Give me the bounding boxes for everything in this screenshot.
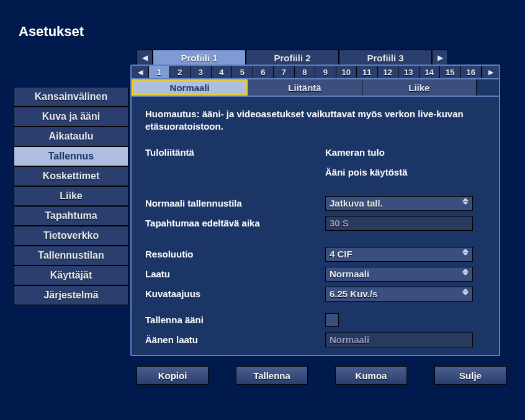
channel-10[interactable]: 10 <box>336 66 357 78</box>
spinner-icon <box>462 269 470 275</box>
channel-arrow-left[interactable]: ◀ <box>132 66 149 78</box>
channel-1[interactable]: 1 <box>149 66 170 78</box>
channel-2[interactable]: 2 <box>170 66 191 78</box>
channel-6[interactable]: 6 <box>253 66 274 78</box>
sidebar-item-schedule[interactable]: Aikataulu <box>14 127 128 146</box>
channel-13[interactable]: 13 <box>398 66 420 78</box>
button-row: Kopioi Tallenna Kumoa Sulje <box>137 366 506 385</box>
sidebar-item-motion[interactable]: Liike <box>14 186 128 206</box>
channel-15[interactable]: 15 <box>440 66 461 78</box>
panel-content: Huomautus: ääni- ja videoasetukset vaiku… <box>132 97 499 358</box>
recmode-label: Normaali tallennustila <box>145 198 325 208</box>
channel-11[interactable]: 11 <box>357 66 378 78</box>
undo-button[interactable]: Kumoa <box>335 366 407 385</box>
quality-label: Laatu <box>145 269 325 279</box>
sidebar-item-system[interactable]: Järjestelmä <box>14 285 128 305</box>
sidebar-item-storage[interactable]: Tallennustilan <box>14 246 128 266</box>
channel-9[interactable]: 9 <box>315 66 336 78</box>
profile-tabs-row: ◀ Profiili 1 Profiili 2 Profiili 3 ▶ <box>137 50 448 66</box>
input-value-2: Ääni pois käytöstä <box>325 167 408 177</box>
input-value-1: Kameran tulo <box>325 147 385 158</box>
mode-tabs-row: Normaali Liitäntä Liike <box>132 79 499 97</box>
audioqual-label: Äänen laatu <box>145 334 325 345</box>
profile-tab-3[interactable]: Profiili 3 <box>339 50 432 66</box>
channel-4[interactable]: 4 <box>212 66 233 78</box>
mode-spacer <box>477 79 499 96</box>
sidebar-item-image-sound[interactable]: Kuva ja ääni <box>14 107 128 127</box>
recmode-value: Jatkuva tall. <box>330 198 383 208</box>
framerate-select[interactable]: 6.25 Kuv./s <box>325 287 473 302</box>
audioqual-value: Normaali <box>330 334 369 345</box>
channel-5[interactable]: 5 <box>232 66 253 78</box>
channel-7[interactable]: 7 <box>274 66 295 78</box>
profile-tab-2[interactable]: Profiili 2 <box>246 50 339 66</box>
recaudio-label: Tallenna ääni <box>145 315 325 325</box>
page-title: Asetukset <box>19 24 84 40</box>
framerate-label: Kuvataajuus <box>145 288 325 299</box>
resolution-value: 4 CIF <box>330 249 352 259</box>
recmode-select[interactable]: Jatkuva tall. <box>325 196 473 211</box>
sidebar-item-event[interactable]: Tapahtuma <box>14 206 128 226</box>
sidebar: Kansainvälinen Kuva ja ääni Aikataulu Ta… <box>14 87 128 305</box>
settings-panel: ◀ 1 2 3 4 5 6 7 8 9 10 11 12 13 14 15 16… <box>130 65 500 356</box>
recaudio-checkbox[interactable] <box>325 313 339 327</box>
channel-14[interactable]: 14 <box>420 66 441 78</box>
copy-button[interactable]: Kopioi <box>137 366 209 385</box>
channel-12[interactable]: 12 <box>378 66 399 78</box>
sidebar-item-users[interactable]: Käyttäjät <box>14 266 128 285</box>
close-button[interactable]: Sulje <box>434 366 506 385</box>
quality-select[interactable]: Normaali <box>325 267 473 282</box>
spinner-icon <box>462 198 470 205</box>
sidebar-item-international[interactable]: Kansainvälinen <box>14 87 128 107</box>
profile-arrow-left[interactable]: ◀ <box>137 50 153 66</box>
channel-arrow-right[interactable]: ▶ <box>482 66 499 78</box>
mode-tab-input[interactable]: Liitäntä <box>248 79 362 96</box>
framerate-value: 6.25 Kuv./s <box>330 288 377 299</box>
quality-value: Normaali <box>330 269 369 279</box>
input-label: Tuloliitäntä <box>145 147 325 158</box>
profile-arrow-right[interactable]: ▶ <box>432 50 448 66</box>
spinner-icon <box>462 288 470 295</box>
resolution-select[interactable]: 4 CIF <box>325 247 473 262</box>
channel-8[interactable]: 8 <box>295 66 316 78</box>
channel-16[interactable]: 16 <box>461 66 482 78</box>
profile-tab-1[interactable]: Profiili 1 <box>153 50 246 66</box>
preevent-select: 30 S <box>325 216 473 231</box>
sidebar-item-network[interactable]: Tietoverkko <box>14 226 128 246</box>
sidebar-item-contacts[interactable]: Koskettimet <box>14 166 128 186</box>
audioqual-select: Normaali <box>325 333 473 347</box>
mode-tab-normal[interactable]: Normaali <box>132 79 248 96</box>
spinner-icon <box>462 249 470 256</box>
channel-3[interactable]: 3 <box>191 66 212 78</box>
resolution-label: Resoluutio <box>145 249 325 259</box>
save-button[interactable]: Tallenna <box>236 366 308 385</box>
preevent-value: 30 S <box>330 218 349 228</box>
mode-tab-motion[interactable]: Liike <box>362 79 477 96</box>
sidebar-item-recording[interactable]: Tallennus <box>14 146 128 166</box>
preevent-label: Tapahtumaa edeltävä aika <box>145 218 325 228</box>
channel-row: ◀ 1 2 3 4 5 6 7 8 9 10 11 12 13 14 15 16… <box>132 66 499 79</box>
note-text: Huomautus: ääni- ja videoasetukset vaiku… <box>145 108 485 133</box>
